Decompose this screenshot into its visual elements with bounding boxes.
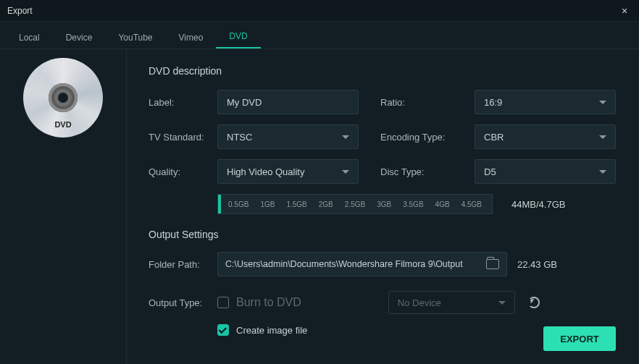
folderpath-value: C:\Users\admin\Documents\Wondershare Fil… <box>225 259 480 269</box>
folder-icon[interactable] <box>486 259 499 269</box>
tvstandard-select[interactable]: NTSC <box>217 124 359 149</box>
ratio-select[interactable]: 16:9 <box>475 90 616 114</box>
burn-checkbox[interactable] <box>217 297 229 308</box>
refresh-icon[interactable] <box>528 297 540 308</box>
label-input[interactable]: My DVD <box>217 90 359 114</box>
export-button[interactable]: EXPORT <box>543 326 616 351</box>
label-disctype: Disc Type: <box>380 166 475 177</box>
titlebar: Export × <box>0 0 639 22</box>
gauge-ticks: 0.5GB 1GB 1.5GB 2GB 2.5GB 3GB 3.5GB 4GB … <box>218 195 492 213</box>
section-title-output: Output Settings <box>149 229 617 240</box>
label-label: Label: <box>149 97 217 108</box>
label-quality: Quality: <box>149 166 217 177</box>
label-ratio: Ratio: <box>380 97 475 108</box>
tab-local[interactable]: Local <box>6 25 53 48</box>
tab-dvd[interactable]: DVD <box>216 24 260 48</box>
disc-label: DVD <box>23 120 103 129</box>
dvd-disc-icon: DVD <box>23 58 103 137</box>
label-encoding: Encoding Type: <box>380 132 475 143</box>
createimage-label: Create image file <box>236 325 307 336</box>
tab-vimeo[interactable]: Vimeo <box>166 25 217 48</box>
label-tvstandard: TV Standard: <box>149 132 217 143</box>
tab-youtube[interactable]: YouTube <box>105 25 165 48</box>
close-icon[interactable]: × <box>617 5 632 17</box>
tab-device[interactable]: Device <box>53 25 106 48</box>
encoding-select[interactable]: CBR <box>475 124 616 149</box>
createimage-checkbox[interactable] <box>217 324 229 336</box>
device-select[interactable]: No Device <box>388 291 515 314</box>
label-folderpath: Folder Path: <box>149 259 217 270</box>
capacity-gauge: 0.5GB 1GB 1.5GB 2GB 2.5GB 3GB 3.5GB 4GB … <box>217 194 493 214</box>
label-outputtype: Output Type: <box>149 297 217 308</box>
quality-select[interactable]: High Video Quality <box>217 159 359 184</box>
tab-bar: Local Device YouTube Vimeo DVD <box>0 22 639 49</box>
size-readout: 44MB/4.7GB <box>511 199 565 210</box>
folderpath-field[interactable]: C:\Users\admin\Documents\Wondershare Fil… <box>217 252 507 276</box>
section-title-description: DVD description <box>149 65 617 77</box>
disctype-select[interactable]: D5 <box>475 159 616 184</box>
free-space: 22.43 GB <box>517 259 557 270</box>
window-title: Export <box>7 6 617 16</box>
main-panel: DVD description Label: My DVD Ratio: 16:… <box>127 49 639 364</box>
burn-label: Burn to DVD <box>236 296 301 309</box>
side-panel: DVD <box>0 49 127 364</box>
